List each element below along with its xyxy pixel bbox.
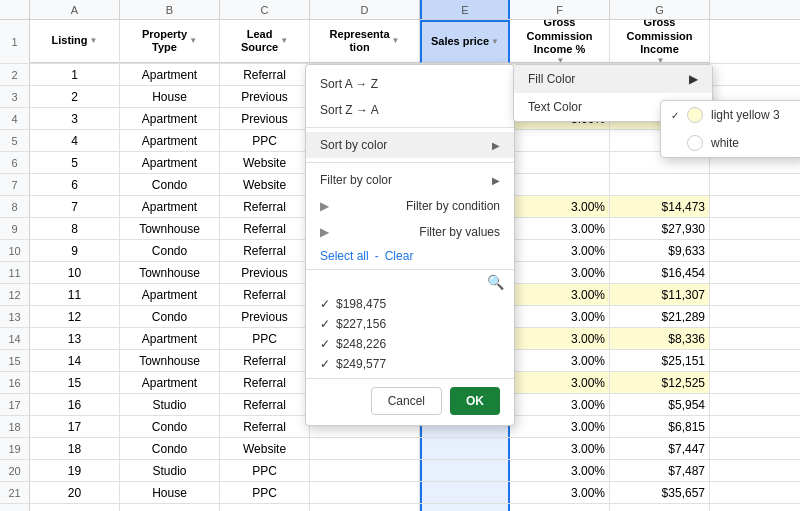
header-lead-source: LeadSource ▼ (220, 20, 310, 63)
sort-by-color-item[interactable]: Sort by color ▶ (306, 132, 514, 158)
cell-property-type: Apartment (120, 108, 220, 129)
cell-gci-pct (510, 504, 610, 511)
cell-gci-income: $9,633 (610, 240, 710, 261)
white-item[interactable]: ✓ white (661, 129, 800, 157)
filter-icon-listing[interactable]: ▼ (90, 36, 98, 46)
row-num-12: 12 (0, 284, 30, 305)
col-header-b[interactable]: B (120, 0, 220, 19)
cell-lead-source: Referral (220, 64, 310, 85)
cell-gci-pct: 3.00% (510, 372, 610, 393)
cell-lead-source: PPC (220, 328, 310, 349)
cell-property-type: Townhouse (120, 218, 220, 239)
cell-lead-source: Referral (220, 196, 310, 217)
cell-lead-source: Website (220, 438, 310, 459)
cell-representation (310, 504, 420, 511)
cell-lead-source: Previous (220, 86, 310, 107)
check-icon: ✓ (320, 297, 330, 311)
cell-gci-pct: 3.00% (510, 306, 610, 327)
filter-icon-sales-price[interactable]: ▼ (491, 37, 499, 47)
cell-gci-income: $12,525 (610, 372, 710, 393)
cell-property-type: Condo (120, 416, 220, 437)
cell-listing: 6 (30, 174, 120, 195)
select-all-link[interactable]: Select all (320, 249, 369, 263)
cell-property-type: Condo (120, 306, 220, 327)
cell-listing: 13 (30, 328, 120, 349)
table-row: 21 20 House PPC 3.00% $35,657 (0, 482, 800, 504)
row-num-13: 13 (0, 306, 30, 327)
row-num-21: 21 (0, 482, 30, 503)
cell-gci-income: $16,454 (610, 262, 710, 283)
cell-gci-pct: 3.00% (510, 262, 610, 283)
table-row: 20 19 Studio PPC 3.00% $7,487 (0, 460, 800, 482)
row-num-16: 16 (0, 372, 30, 393)
cell-lead-source: PPC (220, 460, 310, 481)
list-item[interactable]: ✓$248,226 (306, 334, 514, 354)
col-header-f[interactable]: F (510, 0, 610, 19)
filter-condition-bullet: ▶ (320, 199, 329, 213)
cell-property-type: Studio (120, 460, 220, 481)
filter-icon-property-type[interactable]: ▼ (189, 36, 197, 46)
cell-gci-pct: 3.00% (510, 196, 610, 217)
row-num-2: 2 (0, 64, 30, 85)
cell-lead-source: Referral (220, 416, 310, 437)
cell-gci-pct: 3.00% (510, 218, 610, 239)
cell-gci-pct: 3.00% (510, 438, 610, 459)
list-item[interactable]: ✓$249,577 (306, 354, 514, 374)
cell-lead-source: Referral (220, 394, 310, 415)
cell-representation (310, 460, 420, 481)
sort-za-item[interactable]: Sort Z → A (306, 97, 514, 123)
search-input[interactable] (316, 275, 487, 289)
cell-property-type: Condo (120, 438, 220, 459)
check-icon: ✓ (320, 317, 330, 331)
cell-property-type: Apartment (120, 64, 220, 85)
filter-icon-lead-source[interactable]: ▼ (280, 36, 288, 46)
cell-listing: 16 (30, 394, 120, 415)
cell-listing: 12 (30, 306, 120, 327)
row-num-14: 14 (0, 328, 30, 349)
cell-property-type: Studio (120, 394, 220, 415)
white-swatch (687, 135, 703, 151)
filter-icon-gci-pct[interactable]: ▼ (557, 56, 565, 63)
col-header-a[interactable]: A (30, 0, 120, 19)
cell-property-type: Condo (120, 174, 220, 195)
filter-by-condition-item[interactable]: ▶ Filter by condition (306, 193, 514, 219)
filter-icon-gci-income[interactable]: ▼ (657, 56, 665, 63)
cell-property-type: House (120, 482, 220, 503)
cell-listing: 1 (30, 64, 120, 85)
cell-property-type (120, 504, 220, 511)
col-header-d[interactable]: D (310, 0, 420, 19)
color-submenu: ✓ light yellow 3 ✓ white (660, 100, 800, 158)
cell-gci-pct: 3.00% (510, 416, 610, 437)
row-num-19: 19 (0, 438, 30, 459)
sort-az-item[interactable]: Sort A → Z (306, 71, 514, 97)
light-yellow-item[interactable]: ✓ light yellow 3 (661, 101, 800, 129)
filter-icon-representation[interactable]: ▼ (392, 36, 400, 46)
fill-color-item[interactable]: Fill Color ▶ (514, 65, 712, 93)
filter-by-values-item[interactable]: ▶ Filter by values (306, 219, 514, 245)
footer-buttons: Cancel OK (306, 378, 514, 419)
cell-property-type: Townhouse (120, 262, 220, 283)
cancel-button[interactable]: Cancel (371, 387, 442, 415)
cell-listing: 8 (30, 218, 120, 239)
col-header-e[interactable]: E (420, 0, 510, 19)
cell-gci-pct: 3.00% (510, 394, 610, 415)
col-header-c[interactable]: C (220, 0, 310, 19)
cell-lead-source: Referral (220, 372, 310, 393)
header-property-type: PropertyType ▼ (120, 20, 220, 63)
check-icon-light-yellow: ✓ (671, 110, 679, 121)
list-item[interactable]: ✓$227,156 (306, 314, 514, 334)
cell-gci-pct: 3.00% (510, 240, 610, 261)
filter-by-color-item[interactable]: Filter by color ▶ (306, 167, 514, 193)
list-item[interactable]: ✓$198,475 (306, 294, 514, 314)
cell-listing (30, 504, 120, 511)
cell-property-type: Townhouse (120, 350, 220, 371)
col-header-g[interactable]: G (610, 0, 710, 19)
ok-button[interactable]: OK (450, 387, 500, 415)
cell-lead-source (220, 504, 310, 511)
clear-link[interactable]: Clear (385, 249, 414, 263)
cell-listing: 10 (30, 262, 120, 283)
cell-gci-pct: 3.00% (510, 284, 610, 305)
header-sales-price: Sales price ▼ (420, 20, 510, 63)
cell-sales-price (420, 438, 510, 459)
row-num-4: 4 (0, 108, 30, 129)
